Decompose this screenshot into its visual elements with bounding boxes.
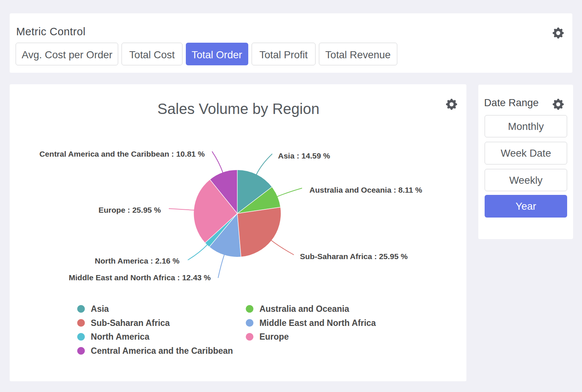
svg-text:Europe: Europe [259, 332, 289, 342]
svg-text:Australia and Oceania : 8.11 %: Australia and Oceania : 8.11 % [310, 186, 423, 194]
svg-text:Asia: Asia [91, 304, 109, 314]
svg-text:Middle East and North Africa :: Middle East and North Africa : 12.43 % [69, 273, 211, 282]
svg-text:Sub-Saharan Africa : 25.95 %: Sub-Saharan Africa : 25.95 % [300, 252, 408, 261]
svg-text:Europe : 25.95 %: Europe : 25.95 % [98, 206, 161, 214]
svg-text:Central America and the Caribb: Central America and the Caribbean [91, 346, 233, 356]
svg-text:Sales Volume by Region: Sales Volume by Region [158, 101, 320, 117]
svg-text:Central America and the Caribb: Central America and the Caribbean : 10.8… [39, 150, 205, 158]
svg-text:Australia and Oceania: Australia and Oceania [259, 304, 349, 314]
svg-text:Middle East and North Africa: Middle East and North Africa [259, 318, 376, 328]
svg-text:Sub-Saharan Africa: Sub-Saharan Africa [91, 318, 170, 328]
svg-text:North America: North America [91, 332, 149, 342]
svg-text:North America : 2.16 %: North America : 2.16 % [95, 257, 180, 265]
svg-text:Asia : 14.59 %: Asia : 14.59 % [278, 151, 330, 160]
